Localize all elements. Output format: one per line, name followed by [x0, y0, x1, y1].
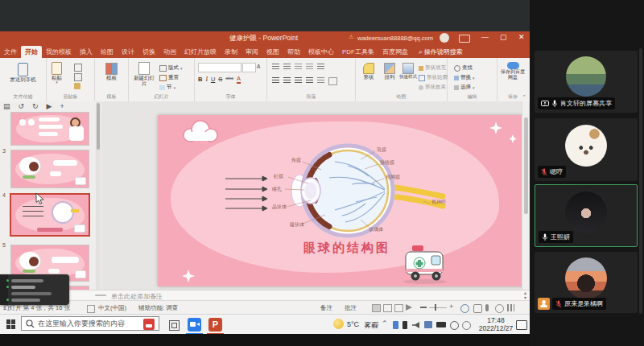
line-spacing-icon[interactable]: [317, 64, 324, 70]
tab-baidu-pan[interactable]: 百度网盘: [378, 46, 412, 58]
clear-format-icon[interactable]: abc: [225, 76, 233, 84]
language-indicator[interactable]: 中文(中国): [98, 304, 126, 312]
numbering-icon[interactable]: [283, 64, 291, 70]
participant-tile-4[interactable]: 原来是呆橘啊: [535, 252, 638, 313]
notes-toggle[interactable]: 备注: [320, 304, 332, 312]
sidebar-scrollbar[interactable]: [639, 48, 642, 314]
notes-bar[interactable]: 单击此处添加备注 ▴ ▾: [0, 290, 530, 301]
save-to-baidu-pan-button[interactable]: 保存到百度网盘: [497, 62, 528, 80]
align-center-icon[interactable]: [283, 77, 291, 84]
volume-icon[interactable]: [412, 322, 419, 328]
align-left-icon[interactable]: [272, 77, 279, 84]
bluetooth-icon[interactable]: [393, 321, 398, 329]
ribbon-display-options-icon[interactable]: [459, 35, 470, 43]
find-button[interactable]: 查找: [454, 64, 473, 72]
normal-view-icon[interactable]: [372, 304, 381, 312]
notification-center-icon[interactable]: [516, 320, 527, 330]
justify-icon[interactable]: [306, 77, 313, 84]
account-email[interactable]: wadeersuan88888@qq.com: [357, 35, 433, 42]
weather-icon[interactable]: [333, 319, 344, 329]
indent-increase-icon[interactable]: [306, 64, 313, 70]
quick-styles-button[interactable]: 快速样式: [399, 63, 417, 79]
meeting-overlay-icon-1[interactable]: [460, 304, 469, 313]
send-to-phone-button[interactable]: 发送到手机: [0, 63, 46, 82]
tab-animations[interactable]: 动画: [159, 46, 180, 58]
comments-toggle[interactable]: 批注: [345, 304, 357, 312]
qat-add-icon[interactable]: +: [60, 102, 64, 110]
weather-temp[interactable]: 5°C: [347, 320, 359, 328]
font-size-box[interactable]: [242, 63, 256, 72]
template-button[interactable]: 模板: [95, 63, 128, 80]
underline-button[interactable]: U: [211, 76, 215, 84]
meeting-float-panel[interactable]: [0, 274, 69, 305]
reading-view-icon[interactable]: [394, 304, 403, 312]
meeting-overlay-icon-2[interactable]: [473, 304, 482, 313]
collapse-ribbon-icon[interactable]: ⌃: [522, 94, 526, 101]
sync-icon[interactable]: [462, 321, 471, 330]
accessibility-status[interactable]: 辅助功能: 调查: [138, 304, 178, 312]
tab-draw[interactable]: 绘图: [97, 46, 118, 58]
participant-tile-2[interactable]: 嗯哼: [535, 118, 638, 181]
shape-fill-button[interactable]: 形状填充: [419, 64, 446, 72]
italic-button[interactable]: I: [205, 76, 208, 84]
indent-decrease-icon[interactable]: [295, 64, 302, 70]
thumbnail-slide-2[interactable]: [11, 113, 89, 145]
windows-start-button[interactable]: [6, 319, 16, 329]
settings-icon[interactable]: [450, 321, 459, 330]
tab-design[interactable]: 设计: [118, 46, 138, 58]
battery-icon[interactable]: [436, 322, 446, 327]
layout-button[interactable]: 版式▾: [159, 64, 183, 72]
text-direction-icon[interactable]: [328, 77, 337, 85]
section-button[interactable]: 节▾: [159, 84, 175, 91]
bullets-icon[interactable]: [272, 64, 279, 70]
shape-effects-button[interactable]: 形状效果: [419, 84, 446, 91]
tab-view[interactable]: 视图: [262, 46, 283, 58]
zoom-slider-handle[interactable]: [435, 304, 436, 311]
tab-insert[interactable]: 插入: [76, 46, 97, 58]
tencent-meeting-icon[interactable]: [188, 318, 201, 332]
copy-icon[interactable]: [74, 73, 82, 81]
tab-transitions[interactable]: 切换: [138, 46, 159, 58]
tab-record[interactable]: 录制: [221, 46, 242, 58]
thumbnail-scrollbar-thumb[interactable]: [97, 103, 100, 150]
format-painter-icon[interactable]: [74, 83, 80, 89]
tab-slideshow[interactable]: 幻灯片放映: [180, 46, 221, 58]
tray-chevron-up-icon[interactable]: ⌃: [382, 319, 388, 327]
search-highlight-icon[interactable]: [143, 319, 155, 330]
weather-desc[interactable]: 雾霾: [364, 320, 378, 331]
participant-tile-sharer[interactable]: 肖文轩的屏幕共享: [535, 51, 638, 113]
select-button[interactable]: 选择▾: [454, 84, 475, 91]
grid-icon[interactable]: [507, 304, 514, 311]
shapes-button[interactable]: 形状: [359, 63, 378, 80]
slideshow-icon[interactable]: ▶: [47, 102, 52, 110]
thumbnail-slide-3[interactable]: [11, 150, 89, 187]
redo-icon[interactable]: ↻: [32, 102, 39, 110]
undo-icon[interactable]: ↺: [19, 102, 25, 110]
tab-my-templates[interactable]: 我的模板: [42, 46, 76, 58]
new-slide-button[interactable]: 新建幻灯片: [131, 62, 157, 86]
tab-pdf-tools[interactable]: PDF工具集: [338, 46, 378, 58]
tab-help[interactable]: 帮助: [283, 46, 304, 58]
align-right-icon[interactable]: [295, 77, 302, 84]
tab-home[interactable]: 开始: [21, 46, 42, 58]
taskbar-clock[interactable]: 17:48 2022/12/27: [477, 317, 515, 332]
zoom-out-icon[interactable]: [420, 307, 427, 308]
participant-tile-speaking[interactable]: 王熙妍: [535, 184, 638, 247]
member-icon[interactable]: [495, 304, 504, 313]
shape-outline-button[interactable]: 形状轮廓: [419, 74, 448, 81]
cut-icon[interactable]: [74, 64, 82, 72]
font-name-box[interactable]: [198, 63, 242, 72]
mic-status-icon[interactable]: [485, 304, 489, 311]
spellcheck-icon[interactable]: [87, 305, 95, 313]
strikethrough-button[interactable]: S: [218, 76, 222, 84]
taskbar-search-input[interactable]: [21, 316, 159, 331]
bold-button[interactable]: B: [198, 76, 202, 84]
save-icon[interactable]: ▤: [3, 102, 10, 110]
powerpoint-taskbar-icon[interactable]: P: [208, 318, 222, 332]
minimize-button[interactable]: —: [481, 33, 489, 42]
editor-scrollbar-thumb[interactable]: [524, 117, 528, 214]
restore-button[interactable]: ▢: [500, 33, 507, 42]
slide-sorter-view-icon[interactable]: [383, 304, 392, 312]
network-icon[interactable]: [424, 321, 432, 328]
current-slide[interactable]: 角膜 虹膜 瞳孔 晶状体 睫状体 巩膜 脉络膜 视网膜 视神经 玻璃体 眼球的结…: [158, 115, 526, 286]
